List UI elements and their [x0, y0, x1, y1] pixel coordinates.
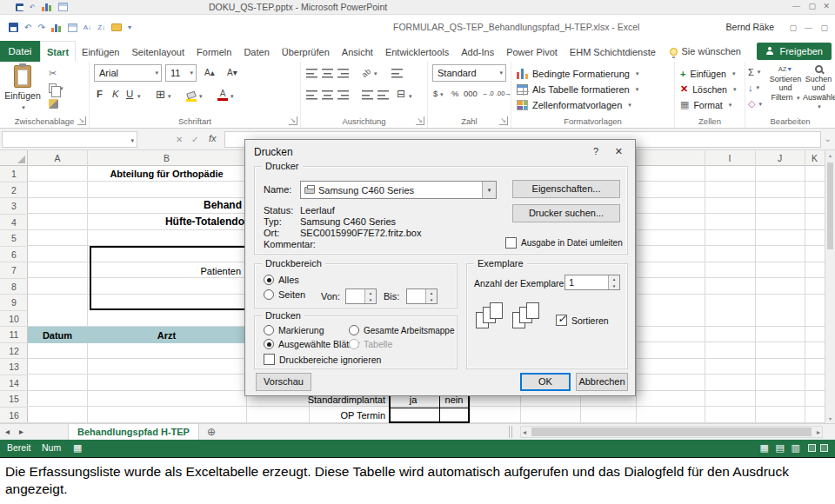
row-header-12[interactable]: 12: [0, 343, 28, 360]
confirm-entry-icon[interactable]: ✓: [191, 135, 198, 144]
underline-caret[interactable]: ▾: [137, 93, 141, 100]
cut-button[interactable]: ✂: [49, 67, 57, 80]
ribbon-tab-datei[interactable]: Datei: [0, 41, 40, 62]
dropdown-caret-icon[interactable]: ▾: [482, 182, 496, 198]
align-middle-icon[interactable]: [322, 69, 333, 78]
autosum-button[interactable]: Σ▾: [748, 67, 760, 77]
align-left-icon[interactable]: [306, 90, 317, 100]
ribbon-tab-ehm-schichtdienste[interactable]: EHM Schichtdienste: [564, 42, 662, 63]
orientation-caret[interactable]: ▾: [374, 70, 377, 77]
find-select-button[interactable]: Suchen und Auswählen ▾: [803, 65, 834, 110]
scroll-left-icon[interactable]: ◂: [523, 428, 526, 436]
insert-cells-button[interactable]: +Einfügen▾: [680, 66, 735, 81]
ignore-print-areas-checkbox[interactable]: Druckbereiche ignorieren: [264, 354, 381, 365]
ribbon-tab-ansicht[interactable]: Ansicht: [336, 42, 379, 63]
percent-format-button[interactable]: %: [451, 89, 458, 98]
ribbon-tab-einfügen[interactable]: Einfügen: [76, 42, 125, 63]
row-header-16[interactable]: 16: [0, 408, 28, 424]
save-icon[interactable]: [9, 23, 18, 32]
dialog-help-button[interactable]: ?: [593, 146, 598, 156]
underline-button[interactable]: U: [126, 89, 133, 99]
macro-record-icon[interactable]: ▦: [73, 442, 82, 454]
redo-icon[interactable]: ↷: [37, 23, 44, 32]
cell-huefte[interactable]: Hüfte-Totalendo: [148, 216, 244, 229]
qat-customize-caret[interactable]: ▾: [128, 23, 131, 31]
align-top-icon[interactable]: [306, 69, 317, 78]
row-header-14[interactable]: 14: [0, 375, 28, 392]
borders-caret[interactable]: ▾: [168, 93, 171, 100]
fill-button[interactable]: ↓▾: [748, 83, 759, 93]
clear-button[interactable]: ◇▾: [748, 98, 762, 109]
row-header-11[interactable]: 11: [0, 327, 28, 343]
number-dialog-launcher[interactable]: ↘: [499, 116, 508, 125]
font-dialog-launcher[interactable]: ↘: [289, 116, 297, 125]
column-header-J[interactable]: J: [755, 150, 805, 166]
align-bottom-icon[interactable]: [337, 69, 349, 78]
add-sheet-button[interactable]: ⊕: [207, 426, 216, 438]
row-header-8[interactable]: 8: [0, 279, 28, 295]
column-header-I[interactable]: I: [705, 150, 755, 166]
copy-button[interactable]: ▾: [49, 82, 63, 95]
accounting-caret[interactable]: ▾: [440, 91, 444, 98]
sheet-tab[interactable]: Behandlungspfad H-TEP: [68, 424, 199, 440]
row-header-6[interactable]: 6: [0, 247, 28, 263]
increase-indent-icon[interactable]: [377, 90, 389, 100]
open-folder-icon[interactable]: [111, 23, 122, 31]
row-header-5[interactable]: 5: [0, 230, 28, 247]
cell-styles-button[interactable]: Zellenformatvorlagen▾: [517, 97, 631, 112]
ribbon-tab-seitenlayout[interactable]: Seitenlayout: [126, 42, 191, 63]
accounting-format-button[interactable]: $: [433, 89, 438, 98]
delete-cells-button[interactable]: ✕Löschen▾: [680, 82, 736, 96]
table-icon[interactable]: [58, 3, 68, 11]
decrease-indent-icon[interactable]: [362, 90, 373, 100]
ok-button[interactable]: OK: [520, 373, 571, 391]
column-header-B[interactable]: B: [87, 150, 246, 166]
row-header-10[interactable]: 10: [0, 311, 28, 328]
merge-caret[interactable]: ▾: [409, 93, 412, 100]
cell-datum[interactable]: Datum: [28, 329, 87, 343]
shrink-font-button[interactable]: A▾: [227, 68, 237, 77]
merge-center-button[interactable]: ⊟: [397, 88, 405, 100]
row-header-3[interactable]: 3: [0, 198, 28, 215]
minimize-button[interactable]: —: [805, 23, 812, 32]
ribbon-tab-power-pivot[interactable]: Power Pivot: [500, 42, 564, 63]
horizontal-scrollbar[interactable]: ◂ ▸: [520, 426, 823, 438]
format-as-table-button[interactable]: Als Tabelle formatieren▾: [517, 82, 638, 96]
table-icon[interactable]: [68, 23, 77, 32]
borders-button[interactable]: ⊞: [156, 88, 165, 101]
sort-filter-button[interactable]: AZ▼ Sortieren und Filtern ▾: [768, 65, 803, 102]
restore-button[interactable]: ▢: [820, 23, 828, 32]
page-from-spinner[interactable]: ▴▾: [345, 288, 377, 304]
ribbon-tab-daten[interactable]: Daten: [237, 42, 275, 63]
sort-descending-icon[interactable]: Z↓: [97, 23, 105, 31]
column-header-A[interactable]: A: [28, 150, 87, 166]
font-size-select[interactable]: 11▾: [165, 64, 197, 82]
ribbon-tab-start[interactable]: Start: [40, 41, 76, 63]
column-header-K[interactable]: K: [805, 150, 825, 166]
print-to-file-checkbox[interactable]: Ausgabe in Datei umleiten: [505, 237, 623, 249]
name-box[interactable]: ▾: [2, 131, 137, 148]
tab-splitter[interactable]: [509, 426, 512, 438]
format-painter-button[interactable]: [49, 97, 58, 110]
grow-font-button[interactable]: A▴: [204, 68, 215, 77]
cell-arzt[interactable]: Arzt: [87, 329, 246, 343]
save-icon[interactable]: [16, 3, 23, 11]
minimize-button[interactable]: —: [792, 2, 800, 10]
properties-button[interactable]: Eigenschaften...: [512, 180, 620, 198]
close-button[interactable]: ✕: [823, 2, 830, 10]
ribbon-tab-add-ins[interactable]: Add-Ins: [455, 42, 500, 63]
zoom-in-button[interactable]: [820, 444, 828, 452]
view-page-layout-button[interactable]: ▤: [776, 442, 785, 454]
align-center-icon[interactable]: [322, 90, 333, 100]
cell-op-termin[interactable]: OP Termin: [306, 409, 385, 423]
align-right-icon[interactable]: [337, 90, 349, 100]
cancel-entry-icon[interactable]: ✕: [176, 135, 183, 144]
user-name[interactable]: Bernd Räke: [726, 22, 774, 32]
selection-radio[interactable]: Markierung: [264, 325, 324, 335]
page-to-spinner[interactable]: ▴▾: [406, 288, 438, 304]
select-all-corner[interactable]: [0, 150, 28, 166]
sheet-nav-right[interactable]: ▸: [19, 427, 23, 436]
cell-abteilung[interactable]: Abteilung für Orthopädie: [87, 168, 246, 182]
scroll-right-icon[interactable]: ▸: [817, 428, 820, 436]
copies-spinner[interactable]: 1▴▾: [564, 275, 620, 290]
